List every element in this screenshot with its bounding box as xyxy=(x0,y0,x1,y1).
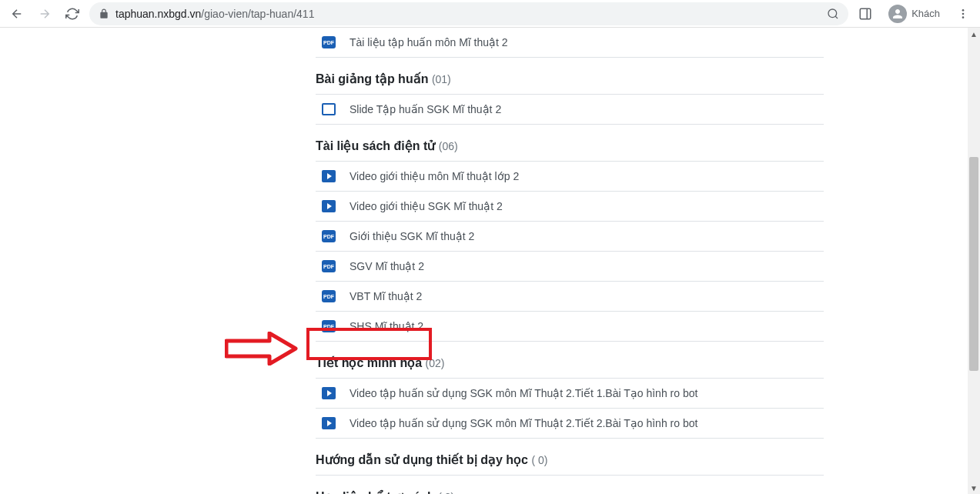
item-label: SGV Mĩ thuật 2 xyxy=(350,260,424,272)
section-title-text: Bài giảng tập huấn xyxy=(316,72,432,85)
section-title: Tiết học minh họa (02) xyxy=(316,342,824,379)
section-title: Tài liệu sách điện tử (06) xyxy=(316,125,824,162)
resource-item[interactable]: PDFSHS Mĩ thuật 2 xyxy=(316,312,824,342)
section-count: ( 0) xyxy=(438,491,454,494)
resource-item[interactable]: PDFTài liệu tập huấn môn Mĩ thuật 2 xyxy=(316,28,824,58)
item-label: Video giới thiệu SGK Mĩ thuật 2 xyxy=(350,200,503,212)
section-title-text: Hướng dẫn sử dụng thiết bị dạy học xyxy=(316,453,531,466)
menu-icon[interactable] xyxy=(952,3,974,25)
svg-point-3 xyxy=(962,9,965,12)
resource-item[interactable]: PDFGiới thiệu SGK Mĩ thuật 2 xyxy=(316,222,824,252)
resource-item[interactable]: Video tập huấn sử dụng SGK môn Mĩ Thuật … xyxy=(316,409,824,439)
reload-button[interactable] xyxy=(62,3,83,25)
profile-button[interactable]: Khách xyxy=(882,2,946,26)
resource-item[interactable]: PDFSGV Mĩ thuật 2 xyxy=(316,252,824,282)
pdf-icon: PDF xyxy=(322,320,336,332)
resource-item[interactable]: Video giới thiệu môn Mĩ thuật lớp 2 xyxy=(316,162,824,192)
resource-item[interactable]: Video tập huấn sử dụng SGK môn Mĩ Thuật … xyxy=(316,379,824,409)
section-count: (06) xyxy=(439,140,458,152)
pdf-icon: PDF xyxy=(322,290,336,302)
scroll-down-icon[interactable]: ▼ xyxy=(968,482,980,494)
pdf-icon: PDF xyxy=(322,260,336,272)
video-icon xyxy=(322,387,336,399)
resource-item[interactable]: PDFVBT Mĩ thuật 2 xyxy=(316,282,824,312)
avatar-icon xyxy=(888,5,907,23)
section-title-text: Học liệu bổ trợ sách xyxy=(316,490,438,494)
scrollbar[interactable]: ▲ ▼ xyxy=(968,28,980,494)
section-count: ( 0) xyxy=(531,454,547,466)
section-title: Hướng dẫn sử dụng thiết bị dạy học ( 0) xyxy=(316,439,824,476)
video-icon xyxy=(322,200,336,212)
video-icon xyxy=(322,170,336,182)
item-label: VBT Mĩ thuật 2 xyxy=(350,290,422,302)
item-label: Video tập huấn sử dụng SGK môn Mĩ Thuật … xyxy=(350,417,697,429)
lock-icon xyxy=(99,8,109,19)
item-label: Tài liệu tập huấn môn Mĩ thuật 2 xyxy=(350,36,508,48)
zoom-icon[interactable] xyxy=(827,8,839,20)
panel-icon[interactable] xyxy=(855,3,876,25)
slide-icon xyxy=(322,103,336,115)
scrollbar-thumb[interactable] xyxy=(969,157,978,371)
page-content: PDFTài liệu tập huấn môn Mĩ thuật 2Bài g… xyxy=(0,28,980,494)
section-count: (02) xyxy=(426,357,445,369)
section-title-text: Tiết học minh họa xyxy=(316,356,426,369)
profile-name: Khách xyxy=(911,8,940,19)
item-label: SHS Mĩ thuật 2 xyxy=(350,320,423,332)
forward-button[interactable] xyxy=(34,3,55,25)
item-label: Video giới thiệu môn Mĩ thuật lớp 2 xyxy=(350,170,519,182)
item-label: Video tập huấn sử dụng SGK môn Mĩ Thuật … xyxy=(350,387,697,399)
resource-item[interactable]: Slide Tập huấn SGK Mĩ thuật 2 xyxy=(316,95,824,125)
section-title: Bài giảng tập huấn (01) xyxy=(316,58,824,95)
back-button[interactable] xyxy=(6,3,28,25)
pdf-icon: PDF xyxy=(322,36,336,48)
pdf-icon: PDF xyxy=(322,230,336,242)
svg-point-5 xyxy=(962,16,965,18)
section-title-text: Tài liệu sách điện tử xyxy=(316,139,439,152)
section-title: Học liệu bổ trợ sách ( 0) xyxy=(316,476,824,494)
svg-point-4 xyxy=(962,12,965,15)
address-bar[interactable]: taphuan.nxbgd.vn/giao-vien/tap-huan/411 xyxy=(89,2,848,25)
item-label: Slide Tập huấn SGK Mĩ thuật 2 xyxy=(350,103,501,115)
svg-point-0 xyxy=(828,9,837,18)
svg-rect-1 xyxy=(860,8,871,19)
video-icon xyxy=(322,417,336,429)
annotation-arrow xyxy=(225,332,298,369)
section-count: (01) xyxy=(432,73,451,85)
scroll-up-icon[interactable]: ▲ xyxy=(968,28,980,40)
item-label: Giới thiệu SGK Mĩ thuật 2 xyxy=(350,230,474,242)
url-text: taphuan.nxbgd.vn/giao-vien/tap-huan/411 xyxy=(115,8,821,20)
browser-toolbar: taphuan.nxbgd.vn/giao-vien/tap-huan/411 … xyxy=(0,0,980,28)
resource-item[interactable]: Video giới thiệu SGK Mĩ thuật 2 xyxy=(316,192,824,222)
